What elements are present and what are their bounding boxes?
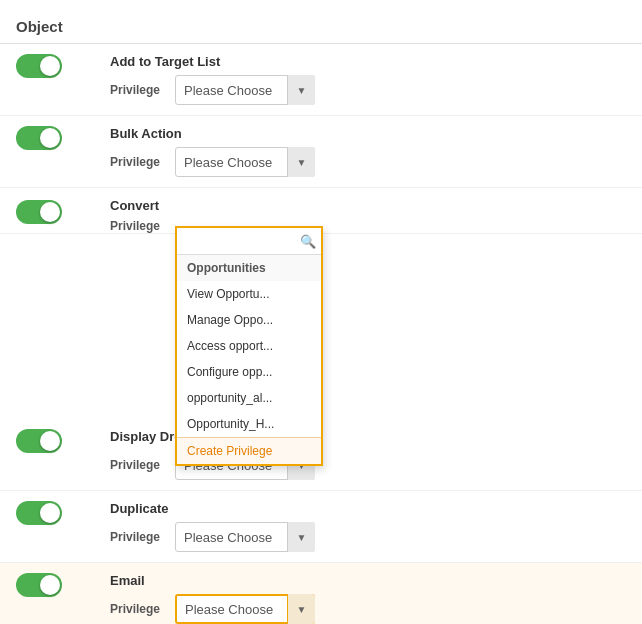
item-name-email: Email xyxy=(110,573,626,588)
dropdown-group-header: Opportunities xyxy=(177,255,321,281)
item-left xyxy=(16,198,96,224)
dropdown-search-input[interactable] xyxy=(182,231,300,251)
toggle-convert[interactable] xyxy=(16,200,62,224)
dropdown-item-manage-oppo[interactable]: Manage Oppo... xyxy=(177,307,321,333)
dropdown-list: Opportunities View Opportu... Manage Opp… xyxy=(177,255,321,437)
select-wrapper-email: Please Choose ▼ xyxy=(175,594,315,624)
privilege-label: Privilege xyxy=(110,219,165,233)
item-left xyxy=(16,54,96,78)
privilege-row: Privilege Please Choose ▼ xyxy=(110,522,626,552)
dropdown-item-create-privilege[interactable]: Create Privilege xyxy=(177,437,321,464)
item-left xyxy=(16,573,96,597)
item-row-email: Email Privilege Please Choose ▼ xyxy=(0,563,642,624)
item-left xyxy=(16,501,96,525)
dropdown-item-opportunity-al[interactable]: opportunity_al... xyxy=(177,385,321,411)
item-row-bulk-action: Bulk Action Privilege Please Choose ▼ xyxy=(0,116,642,188)
select-email[interactable]: Please Choose xyxy=(175,594,315,624)
page-container: Object Add to Target List Privilege Plea… xyxy=(0,0,642,624)
dropdown-item-access-opport[interactable]: Access opport... xyxy=(177,333,321,359)
item-content: Email Privilege Please Choose ▼ xyxy=(110,573,626,624)
privilege-label: Privilege xyxy=(110,602,165,616)
select-duplicate[interactable]: Please Choose xyxy=(175,522,315,552)
dropdown-item-opportunity-h[interactable]: Opportunity_H... xyxy=(177,411,321,437)
toggle-email[interactable] xyxy=(16,573,62,597)
item-name-bulk-action: Bulk Action xyxy=(110,126,626,141)
dropdown-item-view-opportu[interactable]: View Opportu... xyxy=(177,281,321,307)
select-wrapper-duplicate: Please Choose ▼ xyxy=(175,522,315,552)
privilege-row: Privilege Please Choose ▼ xyxy=(110,147,626,177)
toggle-add-to-target-list[interactable] xyxy=(16,54,62,78)
privilege-row: Privilege Please Choose ▼ xyxy=(110,75,626,105)
item-left xyxy=(16,429,96,453)
item-row-convert: Convert Privilege 🔍 Opportunities View O… xyxy=(0,188,642,234)
privilege-label: Privilege xyxy=(110,530,165,544)
item-content: Add to Target List Privilege Please Choo… xyxy=(110,54,626,105)
item-content: Bulk Action Privilege Please Choose ▼ xyxy=(110,126,626,177)
dropdown-search: 🔍 xyxy=(177,228,321,255)
item-content: Duplicate Privilege Please Choose ▼ xyxy=(110,501,626,552)
toggle-display-drop[interactable] xyxy=(16,429,62,453)
select-wrapper-bulk-action: Please Choose ▼ xyxy=(175,147,315,177)
select-add-to-target-list[interactable]: Please Choose xyxy=(175,75,315,105)
item-name-duplicate: Duplicate xyxy=(110,501,626,516)
privilege-label: Privilege xyxy=(110,458,165,472)
item-name-convert: Convert xyxy=(110,198,626,213)
privilege-row: Privilege Please Choose ▼ xyxy=(110,594,626,624)
search-icon: 🔍 xyxy=(300,234,316,249)
privilege-row-convert: Privilege 🔍 Opportunities View Opportu..… xyxy=(110,219,626,233)
item-row-add-to-target-list: Add to Target List Privilege Please Choo… xyxy=(0,44,642,116)
privilege-label: Privilege xyxy=(110,83,165,97)
section-title: Object xyxy=(0,10,642,44)
select-bulk-action[interactable]: Please Choose xyxy=(175,147,315,177)
dropdown-item-configure-opp[interactable]: Configure opp... xyxy=(177,359,321,385)
item-name-add-to-target-list: Add to Target List xyxy=(110,54,626,69)
toggle-bulk-action[interactable] xyxy=(16,126,62,150)
privilege-label: Privilege xyxy=(110,155,165,169)
select-wrapper-add-to-target-list: Please Choose ▼ xyxy=(175,75,315,105)
item-content: Convert Privilege 🔍 Opportunities View O… xyxy=(110,198,626,233)
toggle-duplicate[interactable] xyxy=(16,501,62,525)
item-row-duplicate: Duplicate Privilege Please Choose ▼ xyxy=(0,491,642,563)
dropdown-panel-convert: 🔍 Opportunities View Opportu... Manage O… xyxy=(175,226,323,466)
item-left xyxy=(16,126,96,150)
